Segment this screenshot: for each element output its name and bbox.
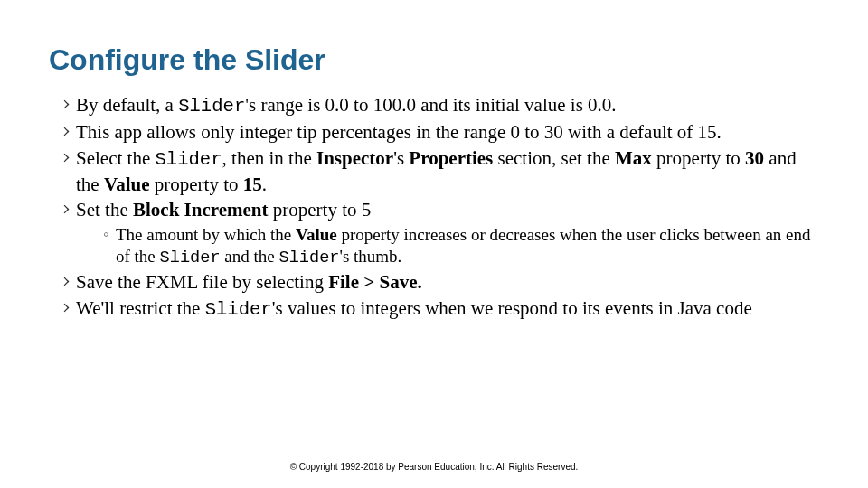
text: The amount by which the (116, 225, 296, 244)
code-text: Slider (205, 299, 272, 320)
text: This app allows only integer tip percent… (76, 121, 722, 143)
bullet-list: By default, a Slider's range is 0.0 to 1… (49, 93, 819, 323)
bullet-item: By default, a Slider's range is 0.0 to 1… (60, 93, 819, 118)
bold-text: Properties (409, 147, 493, 169)
slide: Configure the Slider By default, a Slide… (0, 0, 868, 488)
text: property to 5 (269, 199, 372, 221)
bold-text: 30 (745, 147, 764, 169)
bullet-item: We'll restrict the Slider's values to in… (60, 296, 819, 322)
copyright-footer: © Copyright 1992-2018 by Pearson Educati… (0, 462, 868, 472)
bold-text: Max (615, 147, 652, 169)
text: 's (393, 147, 409, 169)
bullet-item: This app allows only integer tip percent… (60, 120, 819, 145)
text: property to (652, 147, 745, 169)
code-text: Slider (278, 248, 339, 267)
sub-bullet-list: The amount by which the Value property i… (76, 224, 819, 268)
bold-text: 15 (243, 174, 262, 195)
bold-text: Inspector (316, 147, 393, 169)
bold-text: File > Save. (328, 271, 422, 293)
code-text: Slider (178, 96, 245, 117)
code-text: Slider (155, 149, 222, 170)
code-text: Slider (160, 248, 221, 267)
text: . (262, 174, 267, 195)
bullet-item: Set the Block Increment property to 5 Th… (60, 198, 819, 268)
text: , then in the (222, 147, 316, 169)
bold-text: Block Increment (133, 199, 269, 221)
bullet-item: Save the FXML file by selecting File > S… (60, 270, 819, 295)
text: 's thumb. (339, 247, 401, 266)
text: Set the (76, 199, 133, 221)
text: Select the (76, 147, 155, 169)
text: 's values to integers when we respond to… (272, 297, 752, 319)
bold-text: Value (104, 174, 150, 195)
text: and the (221, 247, 279, 266)
text: 's range is 0.0 to 100.0 and its initial… (245, 94, 616, 116)
bullet-item: Select the Slider, then in the Inspector… (60, 146, 819, 196)
text: section, set the (493, 147, 615, 169)
text: We'll restrict the (76, 297, 205, 319)
slide-title: Configure the Slider (49, 43, 819, 77)
sub-bullet-item: The amount by which the Value property i… (103, 224, 819, 268)
text: Save the FXML file by selecting (76, 271, 328, 293)
text: property to (149, 174, 242, 195)
text: By default, a (76, 94, 178, 116)
bold-text: Value (296, 225, 337, 244)
